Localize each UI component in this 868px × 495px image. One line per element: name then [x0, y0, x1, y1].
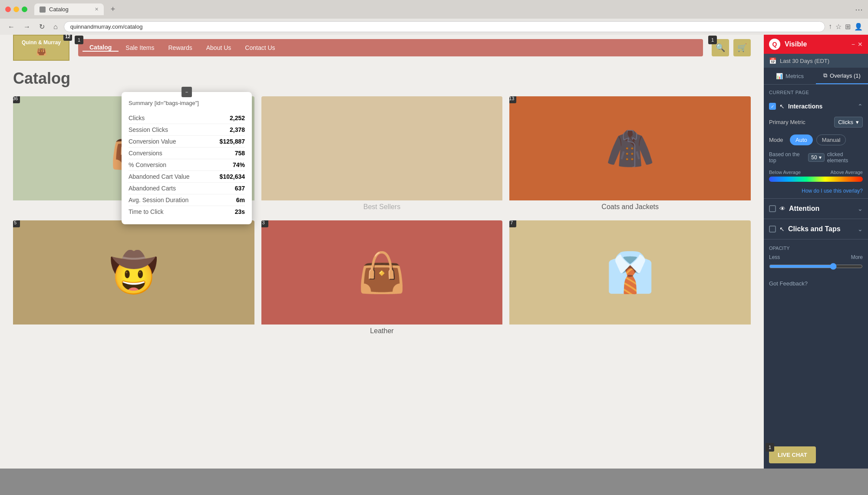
leather-label: Leather [261, 325, 503, 338]
hat-image: 🤠 [13, 220, 254, 325]
clicks-taps-expand-arrow[interactable]: ⌄ [858, 226, 863, 233]
close-panel-button[interactable]: ✕ [858, 41, 863, 48]
shirt-label [509, 325, 751, 330]
hat-card[interactable]: 5 🤠 [13, 220, 254, 338]
metrics-icon: 📊 [776, 73, 783, 79]
clicks-taps-checkbox[interactable] [769, 226, 776, 233]
below-average-label: Below Average [769, 170, 801, 175]
close-traffic-light[interactable] [5, 7, 11, 12]
extensions-icon[interactable]: ⊞ [845, 23, 851, 31]
nav-contact[interactable]: Contact Us [238, 44, 282, 51]
bestsellers-image [261, 96, 503, 200]
home-button[interactable]: ⌂ [51, 22, 60, 32]
logo-icon: 👜 [36, 46, 47, 56]
shirt-card[interactable]: 7 👔 [509, 220, 751, 338]
logo-text: Quinn & Murray [22, 39, 61, 46]
dropdown-arrow-icon: ▾ [856, 119, 859, 125]
fullscreen-traffic-light[interactable] [22, 7, 27, 12]
divider-1 [764, 198, 868, 199]
coats-image: 🧥 [509, 96, 751, 200]
attention-label: Attention [789, 205, 854, 213]
interactions-label: Interactions [788, 103, 854, 110]
bestsellers-label: Best Sellers [261, 200, 503, 213]
nav-catalog[interactable]: Catalog [83, 44, 119, 52]
minimize-traffic-light[interactable] [13, 7, 19, 12]
summary-row-pct-conversion: % Conversion 74% [129, 159, 245, 171]
leather-card[interactable]: 3 👜 Leather [261, 220, 503, 338]
bestsellers-card[interactable]: Best Sellers [261, 96, 503, 213]
tab-metrics[interactable]: 📊 Metrics [764, 68, 816, 84]
traffic-lights [5, 7, 27, 12]
attention-expand-arrow[interactable]: ⌄ [858, 205, 863, 212]
back-button[interactable]: ← [5, 22, 17, 32]
heat-gradient-row: Below Average Above Average [764, 166, 868, 185]
interactions-checkbox[interactable]: ✓ [769, 103, 776, 110]
nav-rewards[interactable]: Rewards [161, 44, 199, 51]
above-average-label: Above Average [831, 170, 863, 175]
eye-icon: 👁 [779, 205, 785, 212]
tab-overlays[interactable]: ⧉ Overlays (1) [816, 68, 868, 84]
primary-metric-row: Primary Metric Clicks ▾ [764, 113, 868, 131]
bags-badge: 36 [13, 96, 20, 103]
clicks-taps-overlay: ↖ Clicks and Taps ⌄ [764, 221, 868, 237]
catalog-page: Catalog 36 👜 Bags Best Sellers [0, 61, 764, 346]
panel-window-buttons: − ✕ [851, 41, 863, 48]
summary-row-time-to-click: Time to Click 23s [129, 206, 245, 217]
header-actions: 1 🔍 🛒 [712, 39, 751, 56]
page-content: 12 Quinn & Murray 👜 1 Catalog Sale Items… [0, 35, 868, 469]
address-bar[interactable]: quinnandmurray.com/catalog [64, 21, 825, 32]
auto-mode-button[interactable]: Auto [790, 134, 813, 145]
browser-chrome: Catalog ✕ + ⋯ ← → ↻ ⌂ quinnandmurray.com… [0, 0, 868, 35]
share-icon[interactable]: ↑ [828, 23, 832, 31]
leather-image: 👜 [261, 220, 503, 325]
summary-badge: − [182, 87, 192, 97]
titlebar: Catalog ✕ + ⋯ [0, 0, 868, 19]
num-dropdown-arrow-icon: ▾ [819, 154, 822, 161]
interactions-collapse-arrow[interactable]: ⌃ [858, 103, 863, 110]
metric-value: Clicks [838, 119, 853, 125]
url-text: quinnandmurray.com/catalog [70, 23, 143, 30]
hat-badge: 5 [13, 220, 20, 227]
nav-sale[interactable]: Sale Items [119, 44, 161, 51]
summary-row-abandoned-carts: Abandoned Carts 637 [129, 183, 245, 194]
refresh-button[interactable]: ↻ [36, 22, 47, 32]
panel-date-bar[interactable]: 📅 Last 30 Days (EDT) [764, 54, 868, 68]
site-logo[interactable]: 12 Quinn & Murray 👜 [13, 35, 69, 61]
cart-button[interactable]: 🛒 [733, 39, 751, 56]
live-chat-button[interactable]: LIVE CHAT [769, 446, 816, 463]
manual-mode-button[interactable]: Manual [816, 134, 846, 145]
cursor2-icon: ↖ [779, 226, 785, 233]
mode-row: Mode Auto Manual [764, 131, 868, 149]
attention-checkbox[interactable] [769, 205, 776, 212]
top-number-dropdown[interactable]: 50 ▾ [808, 153, 824, 162]
primary-metric-label: Primary Metric [769, 119, 831, 125]
cursor-icon: ↖ [779, 103, 785, 110]
profile-icon[interactable]: 👤 [854, 23, 863, 31]
bookmark-icon[interactable]: ☆ [835, 23, 842, 31]
date-range-text: Last 30 Days (EDT) [780, 58, 829, 64]
tab-label: Catalog [49, 6, 69, 13]
tab-favicon [40, 7, 46, 13]
opacity-slider[interactable] [769, 263, 863, 270]
panel-tabs: 📊 Metrics ⧉ Overlays (1) [764, 68, 868, 85]
nav-about[interactable]: About Us [199, 44, 238, 51]
new-tab-button[interactable]: + [107, 4, 119, 15]
browser-tab[interactable]: Catalog ✕ [34, 3, 104, 15]
forward-button[interactable]: → [21, 22, 33, 32]
nav-badge: 1 [75, 36, 83, 44]
summary-header: Summary [id="bags-image"] [129, 99, 245, 106]
tab-overlays-label: Overlays (1) [830, 72, 861, 79]
current-page-title: CURRENT PAGE [769, 90, 863, 95]
toolbar: ← → ↻ ⌂ quinnandmurray.com/catalog ↑ ☆ ⊞… [0, 19, 868, 35]
minimize-panel-button[interactable]: − [851, 41, 855, 48]
coats-badge: 13 [509, 96, 516, 103]
tab-close-button[interactable]: ✕ [95, 7, 99, 12]
interactions-overlay: ✓ ↖ Interactions ⌃ [764, 99, 868, 113]
summary-row-session-clicks: Session Clicks 2,378 [129, 124, 245, 136]
main-content: 12 Quinn & Murray 👜 1 Catalog Sale Items… [0, 35, 764, 469]
attention-overlay: 👁 Attention ⌄ [764, 200, 868, 217]
primary-metric-dropdown[interactable]: Clicks ▾ [834, 117, 863, 128]
coats-card[interactable]: 13 🧥 Coats and Jackets [509, 96, 751, 213]
summary-row-conversion-value: Conversion Value $125,887 [129, 136, 245, 148]
how-link[interactable]: How do I use this overlay? [764, 185, 868, 197]
